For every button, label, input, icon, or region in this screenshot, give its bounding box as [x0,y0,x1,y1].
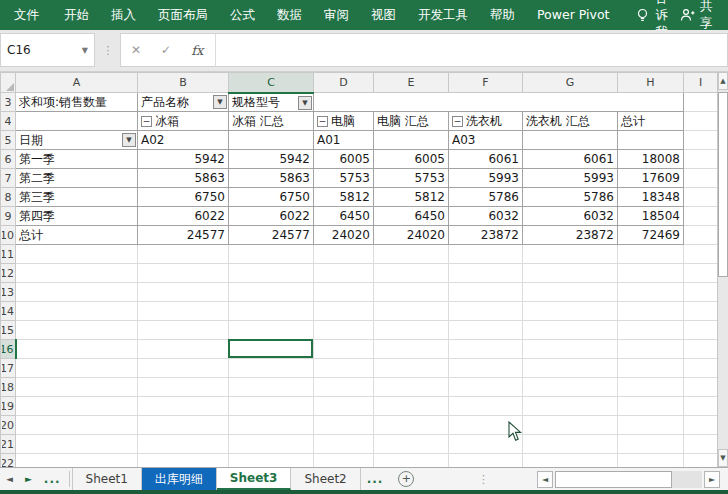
cell[interactable] [314,245,374,264]
pivot-column-header[interactable]: 冰箱 汇总 [229,112,314,131]
select-all-corner[interactable] [1,73,16,93]
ribbon-tab-页面布局[interactable]: 页面布局 [147,0,219,30]
cell[interactable] [684,359,718,378]
cell[interactable] [229,397,314,416]
pivot-value-cell[interactable]: 5786 [523,188,618,207]
row-header-12[interactable]: 12 [1,264,16,283]
cell[interactable] [138,245,229,264]
cell[interactable] [618,340,684,359]
ribbon-tab-数据[interactable]: 数据 [266,0,313,30]
cell[interactable] [523,302,618,321]
cell[interactable] [684,340,718,359]
cell[interactable] [684,112,718,131]
pivot-value-cell[interactable]: 5786 [449,188,523,207]
cell[interactable] [618,378,684,397]
pivot-value-cell[interactable]: 6022 [138,207,229,226]
cell[interactable] [618,416,684,435]
cell[interactable] [374,302,449,321]
cell[interactable] [684,454,718,468]
cell[interactable] [16,454,138,468]
pivot-value-cell[interactable]: 6061 [523,150,618,169]
column-header-I[interactable]: I [684,73,718,93]
ribbon-tab-审阅[interactable]: 审阅 [313,0,360,30]
cell[interactable] [449,378,523,397]
column-header-A[interactable]: A [16,73,138,93]
pivot-value-cell[interactable]: 24577 [229,226,314,245]
pivot-value-cell[interactable]: 18504 [618,207,684,226]
pivot-row-label[interactable]: 总计 [16,226,138,245]
cell[interactable] [138,359,229,378]
cell[interactable] [374,378,449,397]
row-header-5[interactable]: 5 [1,131,16,150]
sheet-overflow-right[interactable]: ... [361,468,390,490]
pivot-value-cell[interactable]: 6005 [314,150,374,169]
pivot-value-cell[interactable]: 5993 [523,169,618,188]
tab-scrollbar-splitter[interactable]: ⋮ [474,468,493,490]
insert-function-icon[interactable]: fx [181,43,213,58]
cell[interactable] [523,416,618,435]
cell[interactable] [449,359,523,378]
cell[interactable] [16,245,138,264]
pivot-value-cell[interactable]: 5753 [314,169,374,188]
cell[interactable] [618,321,684,340]
sheet-tab-Sheet2[interactable]: Sheet2 [291,468,360,490]
row-header-14[interactable]: 14 [1,302,16,321]
filter-dropdown-icon[interactable]: ▼ [213,95,227,109]
cell[interactable] [16,416,138,435]
pivot-column-header[interactable]: −冰箱 [138,112,229,131]
ribbon-tab-file[interactable]: 文件 [0,0,53,30]
row-header-18[interactable]: 18 [1,378,16,397]
pivot-value-cell[interactable]: 23872 [523,226,618,245]
cell[interactable] [374,340,449,359]
cell[interactable] [449,283,523,302]
formula-input[interactable] [216,34,727,66]
cell[interactable] [138,378,229,397]
sheet-nav-right-icon[interactable]: ► [19,468,38,490]
cell[interactable] [618,435,684,454]
ribbon-tab-power-pivot[interactable]: Power Pivot [526,0,620,30]
ribbon-tab-开发工具[interactable]: 开发工具 [407,0,479,30]
collapse-icon[interactable]: − [141,116,152,127]
row-header-8[interactable]: 8 [1,188,16,207]
ribbon-tab-视图[interactable]: 视图 [360,0,407,30]
pivot-cell[interactable] [314,93,684,112]
enter-icon[interactable]: ✓ [151,43,181,57]
cell[interactable] [523,454,618,468]
cell[interactable] [314,435,374,454]
pivot-value-cell[interactable]: 6022 [229,207,314,226]
cell[interactable] [314,302,374,321]
pivot-column-header[interactable]: 洗衣机 汇总 [523,112,618,131]
pivot-value-cell[interactable]: 6005 [374,150,449,169]
column-header-F[interactable]: F [449,73,523,93]
cell[interactable] [374,397,449,416]
pivot-value-cell[interactable]: 24020 [374,226,449,245]
pivot-field-cell[interactable]: 规格型号▼ [229,93,314,112]
cell[interactable] [449,435,523,454]
pivot-value-cell[interactable]: 5942 [138,150,229,169]
pivot-spec-cell[interactable]: A03 [449,131,523,150]
cell[interactable] [449,321,523,340]
cell[interactable] [16,264,138,283]
row-header-13[interactable]: 13 [1,283,16,302]
ribbon-tab-插入[interactable]: 插入 [100,0,147,30]
pivot-row-label[interactable]: 第一季 [16,150,138,169]
pivot-spec-cell[interactable]: A02 [138,131,229,150]
name-box-splitter[interactable]: ⋮ [101,30,115,71]
cell[interactable] [314,454,374,468]
cell[interactable] [229,245,314,264]
cell[interactable] [684,245,718,264]
pivot-row-label[interactable]: 第二季 [16,169,138,188]
row-header-22[interactable]: 22 [1,454,16,468]
cell[interactable] [314,321,374,340]
cell[interactable] [449,454,523,468]
cell[interactable] [374,283,449,302]
cell[interactable] [138,340,229,359]
pivot-value-cell[interactable]: 5812 [314,188,374,207]
row-header-15[interactable]: 15 [1,321,16,340]
scroll-down-icon[interactable]: ▼ [718,449,728,467]
ribbon-tab-帮助[interactable]: 帮助 [479,0,526,30]
pivot-value-cell[interactable]: 5993 [449,169,523,188]
hscroll-right-icon[interactable]: ► [704,471,720,488]
name-box-dropdown-icon[interactable]: ▼ [82,46,94,55]
column-header-C[interactable]: C [229,73,314,93]
